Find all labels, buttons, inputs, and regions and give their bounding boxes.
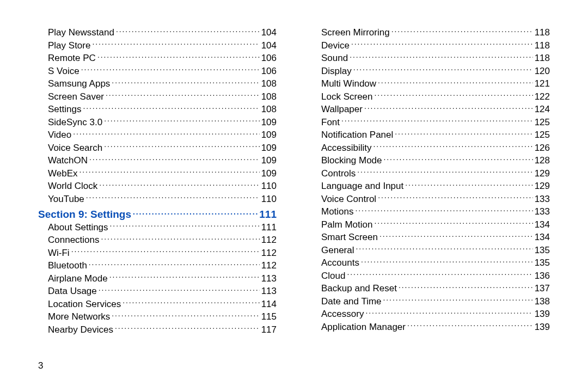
page-number: 3 (38, 360, 43, 371)
toc-leader-dots (115, 323, 260, 333)
toc-leader-dots (374, 218, 532, 228)
toc-entry-page: 109 (261, 129, 277, 142)
toc-entry[interactable]: World Clock110 (38, 180, 277, 193)
toc-leader-dots (99, 285, 260, 294)
toc-leader-dots (407, 321, 533, 330)
toc-entry-page: 139 (535, 321, 550, 334)
toc-entry-label: Bluetooth (48, 260, 87, 272)
toc-entry-label: Language and Input (321, 180, 403, 193)
toc-entry[interactable]: Settings108 (38, 103, 277, 116)
toc-entry[interactable]: Sound118 (311, 52, 550, 65)
toc-entry[interactable]: Connections112 (38, 234, 277, 247)
toc-entry[interactable]: WatchON109 (38, 154, 277, 167)
toc-entry-label: Settings (48, 103, 81, 116)
toc-entry[interactable]: SideSync 3.0109 (38, 116, 277, 129)
toc-entry-label: Screen Mirroring (321, 27, 390, 39)
toc-entry-label: Palm Motion (321, 219, 372, 231)
toc-leader-dots (405, 180, 532, 189)
toc-entry-label: Accessibility (321, 142, 372, 155)
toc-entry-label: Device (321, 40, 350, 52)
toc-entry-page: 134 (535, 231, 550, 244)
toc-entry[interactable]: Date and Time138 (311, 295, 550, 308)
toc-entry[interactable]: Screen Mirroring118 (311, 26, 550, 39)
toc-leader-dots (109, 272, 260, 281)
toc-entry-page: 115 (261, 311, 277, 323)
toc-entry[interactable]: Video109 (38, 128, 277, 142)
toc-leader-dots (356, 205, 533, 215)
toc-entry-label: Controls (321, 168, 356, 180)
toc-leader-dots (97, 52, 260, 61)
toc-entry[interactable]: Play Store104 (38, 39, 277, 52)
toc-leader-dots (79, 167, 260, 176)
toc-leader-dots (373, 142, 533, 151)
toc-entry[interactable]: Notification Panel125 (311, 128, 550, 142)
toc-entry[interactable]: Samsung Apps108 (38, 77, 277, 90)
toc-entry[interactable]: Cloud136 (311, 270, 550, 283)
toc-entry[interactable]: Accounts135 (311, 256, 550, 270)
toc-leader-dots (351, 39, 533, 48)
toc-entry[interactable]: Screen Saver108 (38, 90, 277, 103)
toc-entry[interactable]: Smart Screen134 (311, 231, 550, 244)
toc-leader-dots (399, 282, 533, 291)
toc-entry-page: 117 (261, 324, 277, 336)
toc-entry[interactable]: WebEx109 (38, 167, 277, 180)
toc-entry-page: 112 (261, 247, 277, 260)
toc-leader-dots (375, 90, 533, 100)
toc-leader-dots (365, 308, 532, 317)
toc-entry-page: 108 (261, 91, 277, 103)
toc-entry-page: 112 (261, 234, 277, 247)
toc-leader-dots (73, 128, 259, 138)
toc-entry[interactable]: Play Newsstand104 (38, 26, 277, 39)
toc-entry-page: 109 (261, 155, 277, 167)
toc-entry[interactable]: Voice Search109 (38, 142, 277, 155)
toc-entry[interactable]: Application Manager139 (311, 321, 550, 334)
toc-entry[interactable]: Controls129 (311, 167, 550, 180)
toc-entry-label: YouTube (48, 193, 84, 206)
toc-leader-dots (92, 39, 259, 48)
toc-leader-dots (89, 259, 260, 268)
toc-entry-label: Samsung Apps (48, 78, 110, 90)
toc-entry-label: Play Newsstand (48, 27, 114, 39)
toc-page: Play Newsstand104Play Store104Remote PC1… (0, 0, 588, 392)
toc-entry[interactable]: About Settings111 (38, 221, 277, 234)
toc-entry[interactable]: Wallpaper124 (311, 103, 550, 116)
toc-entry-page: 108 (261, 78, 277, 90)
toc-leader-dots (89, 154, 260, 163)
toc-entry[interactable]: Blocking Mode128 (311, 154, 550, 167)
toc-leader-dots (378, 77, 533, 87)
toc-entry[interactable]: Nearby Devices117 (38, 323, 277, 336)
toc-leader-dots (110, 221, 260, 230)
toc-entry[interactable]: Display120 (311, 65, 550, 78)
toc-entry[interactable]: Location Services114 (38, 298, 277, 311)
toc-entry[interactable]: Multi Window121 (311, 77, 550, 90)
toc-entry[interactable]: Bluetooth112 (38, 259, 277, 272)
toc-entry[interactable]: More Networks115 (38, 310, 277, 323)
toc-entry[interactable]: Airplane Mode113 (38, 272, 277, 285)
toc-entry[interactable]: Font125 (311, 116, 550, 129)
toc-entry[interactable]: Accessibility126 (311, 142, 550, 155)
toc-entry[interactable]: Accessory139 (311, 308, 550, 321)
toc-entry-label: Remote PC (48, 52, 96, 65)
toc-entry-label: Smart Screen (321, 231, 378, 244)
toc-entry[interactable]: Language and Input129 (311, 180, 550, 193)
toc-entry[interactable]: Backup and Reset137 (311, 282, 550, 295)
toc-entry-page: 125 (535, 129, 550, 142)
toc-entry[interactable]: Device118 (311, 39, 550, 52)
toc-entry[interactable]: Remote PC106 (38, 52, 277, 65)
toc-entry-label: Application Manager (321, 321, 406, 334)
toc-entry[interactable]: Palm Motion134 (311, 218, 550, 231)
toc-entry[interactable]: Lock Screen122 (311, 90, 550, 103)
toc-entry-page: 108 (261, 103, 277, 116)
toc-entry[interactable]: YouTube110 (38, 193, 277, 206)
toc-entry[interactable]: Motions133 (311, 205, 550, 218)
toc-entry[interactable]: General135 (311, 244, 550, 257)
toc-entry-label: Screen Saver (48, 91, 104, 103)
toc-entry-page: 129 (535, 168, 550, 180)
toc-entry-label: Notification Panel (321, 129, 393, 142)
toc-entry[interactable]: Voice Control133 (311, 193, 550, 206)
toc-section-heading[interactable]: Section 9: Settings111 (38, 207, 277, 221)
toc-entry[interactable]: Wi-Fi112 (38, 247, 277, 260)
toc-entry[interactable]: S Voice106 (38, 65, 277, 78)
toc-entry-label: Wi-Fi (48, 247, 70, 260)
toc-entry[interactable]: Data Usage113 (38, 285, 277, 298)
